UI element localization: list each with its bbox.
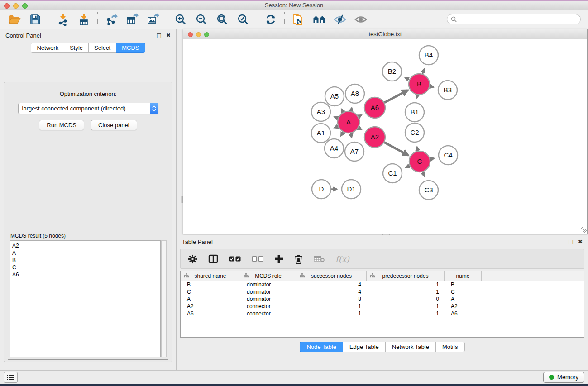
column-header-successor-nodes[interactable]: successor nodes xyxy=(296,271,367,281)
column-header-name[interactable]: name xyxy=(445,271,482,281)
search-input[interactable] xyxy=(459,16,577,23)
network-graph[interactable]: AA1A2A3A4A5A6A7A8BB1B2B3B4CC1C2C3C4DD1 xyxy=(183,40,587,234)
table-cell[interactable]: A6 xyxy=(181,310,240,317)
import-network-icon[interactable] xyxy=(54,12,72,27)
show-eye-icon[interactable] xyxy=(352,12,370,27)
graph-node-C[interactable]: C xyxy=(409,151,430,172)
graph-edge-C-C1[interactable] xyxy=(406,166,410,168)
table-cell[interactable]: 1 xyxy=(367,310,445,317)
table-cell[interactable]: C xyxy=(181,289,240,295)
import-table-icon[interactable] xyxy=(75,12,93,27)
tab-edge-table[interactable]: Edge Table xyxy=(343,342,385,352)
table-cell[interactable]: A2 xyxy=(181,303,240,310)
close-table-panel-icon[interactable]: ✖ xyxy=(578,238,583,245)
network-close-button[interactable] xyxy=(188,32,193,37)
graph-node-B4[interactable]: B4 xyxy=(419,46,438,65)
table-cell[interactable]: dominator xyxy=(240,296,296,302)
run-mcds-button[interactable]: Run MCDS xyxy=(39,120,84,130)
column-header-shared-name[interactable]: shared name xyxy=(181,271,240,281)
delete-icon[interactable] xyxy=(294,254,303,264)
export-network-icon[interactable] xyxy=(102,12,120,27)
zoom-in-icon[interactable] xyxy=(172,12,190,27)
close-window-button[interactable] xyxy=(4,3,10,9)
result-list-item[interactable]: C xyxy=(12,264,160,271)
network-zoom-button[interactable] xyxy=(204,32,209,37)
clone-network-icon[interactable] xyxy=(289,12,307,27)
graph-node-B1[interactable]: B1 xyxy=(405,103,424,122)
table-cell[interactable]: C xyxy=(445,289,482,295)
graph-node-D1[interactable]: D1 xyxy=(342,180,361,199)
graph-edge-A-A4[interactable] xyxy=(341,132,343,136)
export-image-icon[interactable] xyxy=(144,12,162,27)
graph-edge-A-A7[interactable] xyxy=(351,133,352,138)
table-cell[interactable]: connector xyxy=(240,310,296,317)
table-cell[interactable]: 1 xyxy=(296,310,367,317)
result-scrollbar[interactable] xyxy=(161,240,167,357)
table-cell[interactable]: 1 xyxy=(296,303,367,310)
graph-edge-B-B3[interactable] xyxy=(430,86,434,87)
zoom-out-icon[interactable] xyxy=(192,12,210,27)
memory-button[interactable]: Memory xyxy=(543,372,584,383)
graph-edge-C-C4[interactable] xyxy=(430,158,434,159)
graph-node-A2[interactable]: A2 xyxy=(364,127,385,148)
table-cell[interactable]: 4 xyxy=(296,281,367,288)
column-header-MCDS-role[interactable]: MCDS role xyxy=(240,271,296,281)
save-session-icon[interactable] xyxy=(26,12,44,27)
tab-network[interactable]: Network xyxy=(31,43,64,53)
tab-style[interactable]: Style xyxy=(64,43,88,53)
graph-edge-A-A6[interactable] xyxy=(359,115,361,116)
network-window-titlebar[interactable]: testGlobe.txt xyxy=(183,29,587,39)
select-all-checkboxes-icon[interactable] xyxy=(229,256,241,262)
result-list-item[interactable]: B xyxy=(12,257,160,264)
table-cell[interactable]: 4 xyxy=(296,289,367,295)
result-list-item[interactable]: A xyxy=(12,249,160,257)
graph-node-A7[interactable]: A7 xyxy=(345,142,364,161)
function-builder-icon[interactable]: f(x) xyxy=(335,254,349,264)
graph-edge-B-B4[interactable] xyxy=(422,69,424,74)
network-canvas[interactable]: AA1A2A3A4A5A6A7A8BB1B2B3B4CC1C2C3C4DD1 xyxy=(183,40,587,234)
minimize-window-button[interactable] xyxy=(13,3,19,9)
graph-node-C3[interactable]: C3 xyxy=(419,181,438,200)
graph-edge-A-A2[interactable] xyxy=(359,128,362,129)
table-cell[interactable]: 0 xyxy=(367,296,445,302)
graph-node-A1[interactable]: A1 xyxy=(311,124,330,143)
graph-edge-A2-C[interactable] xyxy=(384,142,408,155)
table-cell[interactable]: 1 xyxy=(367,289,445,295)
open-file-icon[interactable] xyxy=(5,12,24,27)
hide-eye-icon[interactable] xyxy=(331,12,349,27)
graph-edge-A-A5[interactable] xyxy=(341,109,343,112)
graph-node-A5[interactable]: A5 xyxy=(325,87,344,106)
table-row[interactable]: A2connector11A2 xyxy=(181,303,584,310)
node-table[interactable]: shared nameMCDS rolesuccessor nodesprede… xyxy=(180,271,584,338)
graph-node-D[interactable]: D xyxy=(312,180,331,199)
home-icon[interactable] xyxy=(310,12,328,27)
table-cell[interactable]: A xyxy=(445,296,482,302)
zoom-selected-icon[interactable] xyxy=(234,12,252,27)
zoom-fit-icon[interactable] xyxy=(213,12,231,27)
graph-node-C1[interactable]: C1 xyxy=(383,164,402,183)
graph-edge-C-C2[interactable] xyxy=(417,147,418,151)
table-cell[interactable]: A6 xyxy=(445,310,482,317)
deselect-all-checkboxes-icon[interactable] xyxy=(252,256,263,262)
float-table-panel-icon[interactable]: □ xyxy=(569,238,574,245)
refresh-icon[interactable] xyxy=(262,12,280,27)
table-row[interactable]: Cdominator41C xyxy=(181,288,584,295)
zoom-window-button[interactable] xyxy=(22,3,28,9)
graph-node-A8[interactable]: A8 xyxy=(345,84,364,103)
add-column-icon[interactable] xyxy=(274,254,283,263)
tab-mcds[interactable]: MCDS xyxy=(116,43,145,53)
graph-node-C4[interactable]: C4 xyxy=(439,146,458,165)
tab-network-table[interactable]: Network Table xyxy=(385,342,435,352)
graph-edge-C-C3[interactable] xyxy=(423,172,424,176)
graph-edge-A-A8[interactable] xyxy=(351,108,352,111)
graph-edge-A-A1[interactable] xyxy=(335,126,338,128)
table-cell[interactable]: B xyxy=(445,281,482,288)
table-cell[interactable]: A xyxy=(181,296,240,302)
vertical-scroll-nub[interactable] xyxy=(181,196,183,203)
graph-edge-B-B1[interactable] xyxy=(417,95,417,98)
close-panel-icon[interactable]: ✖ xyxy=(166,32,171,38)
tab-motifs[interactable]: Motifs xyxy=(435,342,465,352)
mcds-result-list[interactable]: A2ABCA6 xyxy=(10,240,161,357)
graph-node-A6[interactable]: A6 xyxy=(364,97,385,118)
table-cell[interactable]: connector xyxy=(240,303,296,310)
